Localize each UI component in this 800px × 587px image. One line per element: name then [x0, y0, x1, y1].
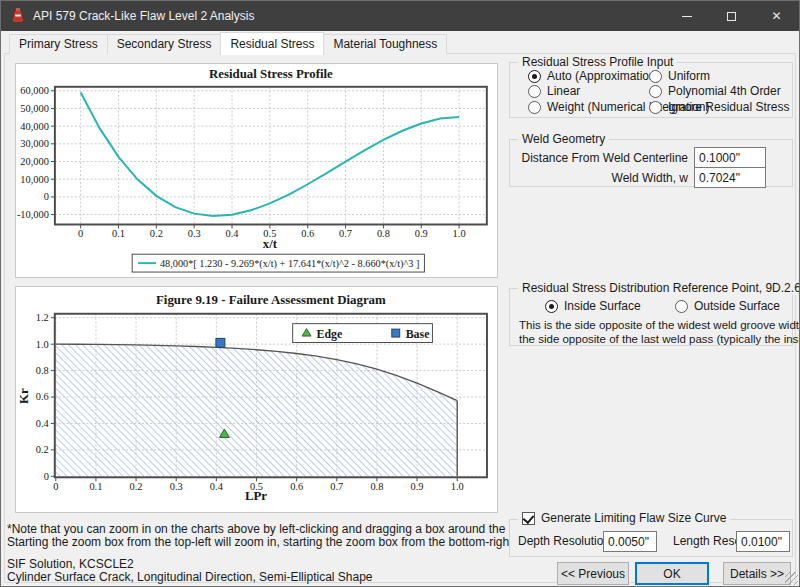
distance-from-weld-centerline-input[interactable] — [694, 147, 766, 168]
svg-text:0.2: 0.2 — [150, 228, 163, 239]
tab-material-toughness[interactable]: Material Toughness — [323, 34, 447, 54]
residual-stress-profile-plot[interactable]: 60,00050,00040,00030,00020,00010,0000-10… — [16, 64, 497, 277]
radio-icon — [649, 101, 662, 114]
svg-text:0.2: 0.2 — [36, 444, 49, 455]
radio-icon — [545, 300, 558, 313]
radio-label: Auto (Approximation) — [547, 69, 660, 83]
ok-button[interactable]: OK — [635, 562, 709, 585]
tab-secondary-stress[interactable]: Secondary Stress — [107, 34, 222, 54]
reference-point-description-line1: This is the side opposite of the widest … — [519, 318, 800, 332]
weld-geometry-group: Weld Geometry Distance From Weld Centerl… — [509, 139, 793, 187]
tab-strip: Primary Stress Secondary Stress Residual… — [9, 32, 446, 54]
svg-text:0.8: 0.8 — [377, 228, 390, 239]
svg-text:0.6: 0.6 — [290, 481, 303, 492]
radio-icon — [528, 85, 541, 98]
checkbox-icon — [522, 512, 535, 525]
depth-resolution-label: Depth Resolution — [518, 534, 610, 548]
svg-text:48,000*[ 1.230 - 9.269*(x/t) +: 48,000*[ 1.230 - 9.269*(x/t) + 17.641*(x… — [160, 257, 420, 270]
radio-label: Polynomial 4th Order — [668, 84, 781, 98]
svg-text:Figure 9.19 - Failure Assessme: Figure 9.19 - Failure Assessment Diagram — [156, 293, 386, 307]
weld-width-label: Weld Width, w — [612, 171, 688, 185]
svg-text:30,000: 30,000 — [20, 138, 49, 149]
app-window: API 579 Crack-Like Flaw Level 2 Analysis… — [0, 0, 800, 587]
radio-label: Ignore Residual Stress — [668, 100, 789, 114]
svg-text:0.8: 0.8 — [370, 481, 383, 492]
generate-limiting-flaw-size-curve-checkbox[interactable]: Generate Limiting Flaw Size Curve — [518, 511, 730, 525]
reference-point-description-line2: the side opposite of the last weld pass … — [519, 332, 800, 346]
svg-text:0.6: 0.6 — [36, 391, 49, 402]
window-title: API 579 Crack-Like Flaw Level 2 Analysis — [33, 9, 254, 23]
sif-solution-text: SIF Solution, KCSCLE2 — [7, 557, 134, 571]
group-title: Weld Geometry — [518, 132, 609, 146]
radio-outside-surface[interactable]: Outside Surface — [675, 299, 780, 313]
minimize-button[interactable] — [664, 1, 709, 31]
failure-assessment-diagram-plot[interactable]: 00.20.40.60.81.01.200.10.20.30.40.50.60.… — [16, 287, 497, 512]
svg-text:0.1: 0.1 — [112, 228, 125, 239]
depth-resolution-input[interactable] — [603, 531, 657, 552]
svg-text:1.0: 1.0 — [453, 228, 466, 239]
svg-text:0.7: 0.7 — [339, 228, 352, 239]
svg-text:20,000: 20,000 — [20, 156, 49, 167]
svg-text:-10,000: -10,000 — [17, 209, 49, 220]
svg-text:0.4: 0.4 — [210, 481, 224, 492]
distance-from-weld-centerline-label: Distance From Weld Centerline — [521, 151, 688, 165]
tab-primary-stress[interactable]: Primary Stress — [9, 34, 108, 54]
radio-icon — [528, 101, 541, 114]
svg-text:0.4: 0.4 — [36, 418, 50, 429]
failure-assessment-diagram-chart[interactable]: 00.20.40.60.81.01.200.10.20.30.40.50.60.… — [15, 286, 498, 513]
radio-icon — [649, 85, 662, 98]
radio-icon — [675, 300, 688, 313]
residual-stress-profile-chart[interactable]: 60,00050,00040,00030,00020,00010,0000-10… — [15, 63, 498, 278]
close-button[interactable]: ✕ — [754, 1, 799, 31]
radio-ignore-residual-stress[interactable]: Ignore Residual Stress — [649, 100, 789, 114]
limiting-flaw-size-curve-group: Generate Limiting Flaw Size Curve Depth … — [509, 519, 793, 557]
radio-icon — [649, 70, 662, 83]
maximize-icon — [727, 12, 736, 21]
radio-icon — [528, 70, 541, 83]
svg-text:0.8: 0.8 — [36, 365, 49, 376]
svg-text:Residual Stress Profile: Residual Stress Profile — [209, 67, 333, 81]
radio-polynomial-4th-order[interactable]: Polynomial 4th Order — [649, 84, 781, 98]
svg-text:0: 0 — [53, 481, 58, 492]
group-title: Residual Stress Profile Input — [518, 55, 677, 69]
svg-text:x/t: x/t — [263, 237, 278, 251]
svg-text:0: 0 — [44, 471, 49, 482]
radio-auto-approximation[interactable]: Auto (Approximation) — [528, 69, 660, 83]
radio-label: Outside Surface — [694, 299, 780, 313]
tab-residual-stress[interactable]: Residual Stress — [220, 32, 324, 55]
app-icon — [11, 8, 25, 24]
group-title: Residual Stress Distribution Reference P… — [518, 281, 800, 295]
svg-text:0.9: 0.9 — [411, 481, 424, 492]
svg-text:50,000: 50,000 — [20, 103, 49, 114]
svg-text:60,000: 60,000 — [20, 85, 49, 96]
svg-text:0.1: 0.1 — [89, 481, 102, 492]
svg-text:0.3: 0.3 — [188, 228, 201, 239]
titlebar: API 579 Crack-Like Flaw Level 2 Analysis… — [1, 1, 799, 31]
svg-text:0.7: 0.7 — [330, 481, 343, 492]
svg-text:0.4: 0.4 — [226, 228, 240, 239]
svg-text:0.9: 0.9 — [415, 228, 428, 239]
checkbox-label: Generate Limiting Flaw Size Curve — [541, 511, 726, 525]
crack-geometry-text: Cylinder Surface Crack, Longitudinal Dir… — [7, 570, 373, 584]
resize-grip[interactable] — [785, 572, 798, 585]
previous-button[interactable]: << Previous — [557, 562, 629, 585]
radio-label: Linear — [547, 84, 580, 98]
reference-point-group: Residual Stress Distribution Reference P… — [509, 288, 793, 346]
svg-text:1.0: 1.0 — [451, 481, 464, 492]
length-resolution-input[interactable] — [736, 531, 790, 552]
radio-label: Inside Surface — [564, 299, 641, 313]
svg-text:0: 0 — [44, 191, 49, 202]
radio-linear[interactable]: Linear — [528, 84, 580, 98]
details-button[interactable]: Details >> — [723, 562, 791, 585]
svg-text:1.2: 1.2 — [36, 312, 49, 323]
residual-stress-tab-page: 60,00050,00040,00030,00020,00010,0000-10… — [4, 53, 796, 583]
svg-text:Kr: Kr — [17, 388, 31, 404]
maximize-button[interactable] — [709, 1, 754, 31]
svg-text:40,000: 40,000 — [20, 121, 49, 132]
residual-stress-profile-input-group: Residual Stress Profile Input Auto (Appr… — [509, 62, 793, 118]
radio-inside-surface[interactable]: Inside Surface — [545, 299, 641, 313]
minimize-icon — [682, 16, 692, 17]
radio-uniform[interactable]: Uniform — [649, 69, 710, 83]
weld-width-input[interactable] — [694, 167, 766, 188]
svg-text:0.3: 0.3 — [170, 481, 183, 492]
